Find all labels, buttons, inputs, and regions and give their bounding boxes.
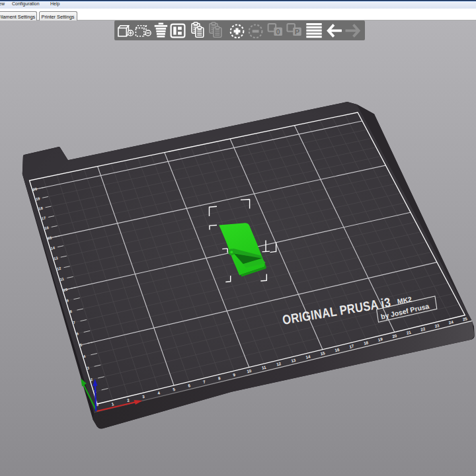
svg-text:P: P — [295, 28, 299, 36]
svg-text:0: 0 — [276, 28, 280, 36]
